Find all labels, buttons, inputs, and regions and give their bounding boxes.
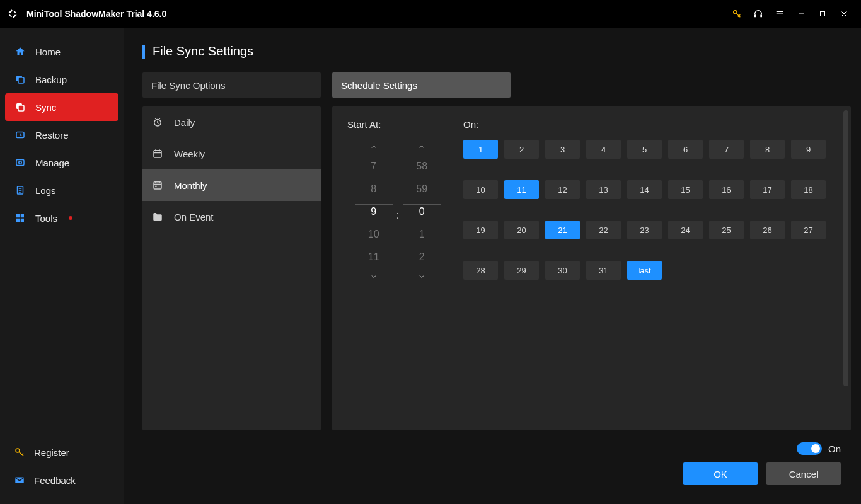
minute-value: 59 [416, 181, 427, 197]
day-button-27[interactable]: 27 [791, 220, 826, 239]
frequency-label: Daily [174, 117, 195, 128]
calendar-week-icon [151, 148, 164, 159]
svg-rect-3 [821, 12, 825, 16]
hour-value: 7 [371, 159, 376, 174]
sidebar-register[interactable]: Register [5, 438, 118, 466]
day-button-13[interactable]: 13 [586, 180, 621, 199]
folder-icon [151, 211, 164, 222]
day-button-1[interactable]: 1 [463, 140, 498, 159]
day-button-20[interactable]: 20 [504, 220, 539, 239]
app-logo: MiniTool ShadowMaker Trial 4.6.0 [6, 8, 166, 20]
titlebar-headset-icon[interactable] [748, 5, 769, 23]
frequency-label: Monthly [174, 180, 207, 191]
day-button-12[interactable]: 12 [545, 180, 580, 199]
day-button-21[interactable]: 21 [545, 220, 580, 239]
svg-rect-9 [16, 160, 24, 166]
frequency-weekly[interactable]: Weekly [142, 138, 321, 169]
svg-rect-19 [154, 151, 161, 158]
minute-wheel[interactable]: 58 59 0 1 2 [403, 140, 441, 284]
day-button-31[interactable]: 31 [586, 261, 621, 280]
day-button-3[interactable]: 3 [545, 140, 580, 159]
sidebar-register-label: Register [34, 447, 69, 458]
window-close-icon[interactable] [833, 5, 855, 23]
day-button-10[interactable]: 10 [463, 180, 498, 199]
day-button-5[interactable]: 5 [627, 140, 662, 159]
accent-bar-icon [142, 45, 145, 59]
sidebar-item-restore[interactable]: Restore [5, 121, 118, 149]
day-button-28[interactable]: 28 [463, 261, 498, 280]
day-button-24[interactable]: 24 [668, 220, 703, 239]
day-button-15[interactable]: 15 [668, 180, 703, 199]
tab-file-sync-options[interactable]: File Sync Options [142, 72, 321, 98]
frequency-monthly[interactable]: Monthly [142, 169, 321, 201]
sidebar-item-sync[interactable]: Sync [5, 93, 118, 121]
titlebar-menu-icon[interactable] [769, 5, 790, 23]
sidebar-feedback[interactable]: Feedback [5, 466, 118, 494]
day-button-17[interactable]: 17 [750, 180, 785, 199]
window-minimize-icon[interactable] [790, 5, 812, 23]
day-button-23[interactable]: 23 [627, 220, 662, 239]
hour-value: 8 [371, 181, 376, 197]
main-panel: File Sync Settings File Sync Options Sch… [124, 28, 861, 504]
svg-point-16 [16, 449, 20, 452]
tab-schedule-settings[interactable]: Schedule Settings [332, 72, 511, 98]
day-button-last[interactable]: last [627, 261, 662, 280]
minute-value: 58 [416, 159, 427, 174]
day-button-2[interactable]: 2 [504, 140, 539, 159]
day-button-26[interactable]: 26 [750, 220, 785, 239]
day-button-19[interactable]: 19 [463, 220, 498, 239]
titlebar: MiniTool ShadowMaker Trial 4.6.0 [0, 0, 861, 28]
cancel-button[interactable]: Cancel [766, 462, 841, 485]
svg-rect-1 [754, 14, 756, 17]
day-button-29[interactable]: 29 [504, 261, 539, 280]
sidebar-item-label: Restore [35, 130, 69, 140]
chevron-down-icon[interactable] [403, 270, 441, 284]
sync-icon [14, 101, 26, 113]
window-maximize-icon[interactable] [812, 5, 833, 23]
chevron-up-icon[interactable] [403, 140, 441, 154]
time-colon: : [393, 210, 403, 221]
day-button-14[interactable]: 14 [627, 180, 662, 199]
frequency-label: On Event [174, 212, 214, 222]
sidebar-item-label: Tools [35, 213, 57, 224]
page-title-text: File Sync Settings [153, 44, 253, 59]
hour-wheel[interactable]: 7 8 9 10 11 [355, 140, 393, 284]
day-button-7[interactable]: 7 [709, 140, 744, 159]
schedule-enable-toggle[interactable] [797, 442, 822, 455]
backup-icon [14, 74, 26, 85]
day-button-4[interactable]: 4 [586, 140, 621, 159]
chevron-up-icon[interactable] [355, 140, 393, 154]
titlebar-key-icon[interactable] [726, 5, 748, 23]
start-at-label: Start At: [347, 119, 448, 130]
day-button-30[interactable]: 30 [545, 261, 580, 280]
logs-icon [14, 185, 26, 196]
sidebar-item-home[interactable]: Home [5, 38, 118, 66]
minute-value: 1 [419, 227, 425, 242]
clock-icon [151, 117, 164, 128]
frequency-daily[interactable]: Daily [142, 106, 321, 138]
sidebar-item-tools[interactable]: Tools [5, 204, 118, 232]
mail-icon [14, 474, 25, 486]
day-button-25[interactable]: 25 [709, 220, 744, 239]
sidebar-item-label: Logs [35, 185, 56, 196]
day-button-8[interactable]: 8 [750, 140, 785, 159]
vertical-scrollbar[interactable] [843, 110, 848, 386]
svg-rect-21 [155, 186, 156, 187]
sidebar-item-logs[interactable]: Logs [5, 176, 118, 204]
svg-rect-15 [21, 219, 24, 222]
day-button-18[interactable]: 18 [791, 180, 826, 199]
day-button-16[interactable]: 16 [709, 180, 744, 199]
day-button-9[interactable]: 9 [791, 140, 826, 159]
svg-point-10 [19, 161, 22, 164]
day-button-6[interactable]: 6 [668, 140, 703, 159]
day-button-22[interactable]: 22 [586, 220, 621, 239]
chevron-down-icon[interactable] [355, 270, 393, 284]
ok-button[interactable]: OK [683, 462, 758, 485]
day-button-11[interactable]: 11 [504, 180, 539, 199]
sidebar-item-manage[interactable]: Manage [5, 149, 118, 176]
sidebar-item-backup[interactable]: Backup [5, 66, 118, 93]
frequency-on-event[interactable]: On Event [142, 201, 321, 232]
home-icon [14, 46, 26, 57]
sidebar-feedback-label: Feedback [34, 475, 76, 486]
frequency-panel: Daily Weekly Monthly On Event [142, 106, 321, 430]
